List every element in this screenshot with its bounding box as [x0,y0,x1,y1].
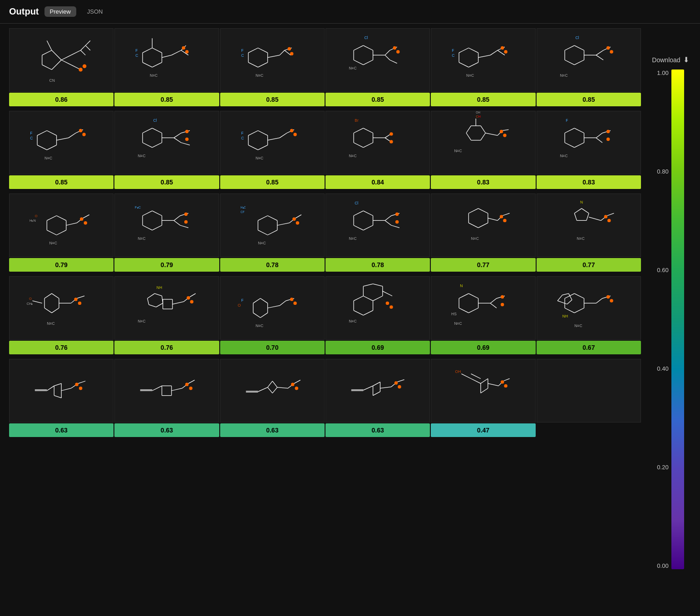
molecule-svg: F₃C N≡C [115,194,218,257]
molecule-cell[interactable] [220,359,325,422]
molecule-cell[interactable]: H₃C CF N≡C [220,194,325,257]
svg-text:H₂N: H₂N [30,219,36,223]
molecule-cell[interactable]: Cl N≡C [537,28,641,92]
svg-line-395 [373,392,380,395]
svg-point-75 [501,46,504,50]
svg-line-9 [81,45,86,50]
molecule-cell[interactable]: C H OH N≡C [431,111,535,174]
svg-line-237 [478,209,488,214]
svg-text:NH: NH [562,314,567,318]
molecule-cell[interactable]: Br N≡C [325,111,430,174]
svg-line-93 [47,130,56,135]
molecule-cell[interactable]: NH N≡C [537,276,641,340]
molecule-cell[interactable]: N HS N≡C [431,276,535,340]
svg-line-299 [280,301,286,306]
svg-line-240 [469,223,478,228]
svg-line-186 [83,215,89,218]
svg-line-382 [272,381,277,387]
svg-text:N≡C: N≡C [138,236,146,241]
molecule-cell[interactable] [325,359,430,422]
molecule-cell[interactable]: Cl N≡C [325,194,430,257]
score-cell: 0.76 [9,341,113,354]
svg-line-231 [391,225,399,228]
molecule-svg: Cl N≡C [537,29,641,91]
svg-text:OH: OH [476,111,481,114]
molecule-cell[interactable]: F C N≡C [431,28,535,92]
molecule-cell[interactable]: N≡C [325,276,430,340]
svg-point-364 [75,383,78,386]
svg-line-202 [180,225,188,228]
molecule-cell[interactable]: F C N≡C [220,111,325,174]
molecule-cell[interactable]: F C N≡C [220,28,325,92]
molecule-svg: O CH₃ N≡C [10,277,113,339]
svg-line-137 [363,143,373,148]
svg-point-46 [290,52,293,55]
svg-point-161 [500,130,503,133]
molecule-cell[interactable]: N≡C [431,194,535,257]
svg-line-127 [267,138,280,140]
svg-line-309 [363,310,373,315]
molecule-cell[interactable]: F C N≡C [9,111,113,174]
svg-line-279 [149,305,156,307]
svg-point-30 [182,46,185,50]
svg-line-229 [385,220,391,225]
molecule-cell[interactable]: NH N≡C [114,276,219,340]
svg-line-152 [466,133,471,140]
svg-point-318 [386,302,389,305]
svg-line-253 [589,217,601,220]
svg-line-80 [574,60,584,65]
score-cell: 0.69 [325,341,430,354]
molecule-cell[interactable]: F N≡C [537,111,641,174]
molecule-cell[interactable]: Cl N≡C [325,28,430,92]
svg-point-245 [500,215,503,218]
score-cell: 0.67 [537,341,641,354]
svg-line-280 [148,298,149,305]
molecule-cell[interactable]: O CH₃ N≡C [9,276,113,340]
svg-line-260 [44,293,52,298]
molecule-cell[interactable]: F₃C N≡C [114,194,219,257]
svg-point-61 [396,50,399,53]
svg-text:H₃C: H₃C [241,206,246,209]
svg-text:F: F [135,48,138,53]
svg-point-90 [610,50,613,53]
molecule-cell[interactable]: F O N≡C [220,276,325,340]
score-cell: 0.86 [9,93,113,106]
score-cell: 0.85 [537,93,641,106]
svg-point-219 [296,221,299,224]
svg-text:N≡C: N≡C [560,154,567,158]
svg-point-413 [501,380,504,383]
score-cell: 0.83 [431,175,535,189]
svg-line-50 [363,60,373,65]
molecule-cell[interactable] [9,359,113,422]
svg-line-399 [397,380,404,382]
svg-line-306 [354,296,363,301]
svg-text:O: O [35,214,38,218]
svg-point-204 [184,213,187,216]
molecule-cell[interactable] [537,359,641,422]
molecule-cell[interactable]: Cl N≡C [114,111,219,174]
molecule-cell[interactable]: O H₂N N≡C [9,194,113,257]
score-cell: 0.47 [431,423,535,437]
molecule-cell[interactable] [114,359,219,422]
svg-line-25 [172,50,181,55]
svg-text:N≡C: N≡C [44,156,52,160]
tab-json[interactable]: JSON [82,6,108,17]
svg-point-414 [504,384,508,387]
svg-line-409 [488,383,498,386]
tab-preview[interactable]: Preview [44,6,76,17]
svg-line-255 [607,213,614,215]
svg-line-86 [596,55,603,60]
svg-text:OH: OH [455,369,461,374]
svg-text:CF: CF [241,210,245,214]
download-button[interactable]: Download ⬇ [652,55,689,64]
molecule-cell[interactable]: F C N≡C [114,28,219,92]
molecule-cell[interactable]: N N≡C [537,194,641,257]
molecule-cell[interactable]: CN [9,28,113,92]
svg-line-338 [574,308,584,313]
molecule-svg: O H₂N N≡C [10,194,113,257]
molecule-cell[interactable]: OH [431,359,535,422]
svg-text:H: H [478,114,481,119]
svg-line-213 [277,223,289,225]
svg-line-373 [172,388,182,391]
svg-point-145 [389,132,393,135]
